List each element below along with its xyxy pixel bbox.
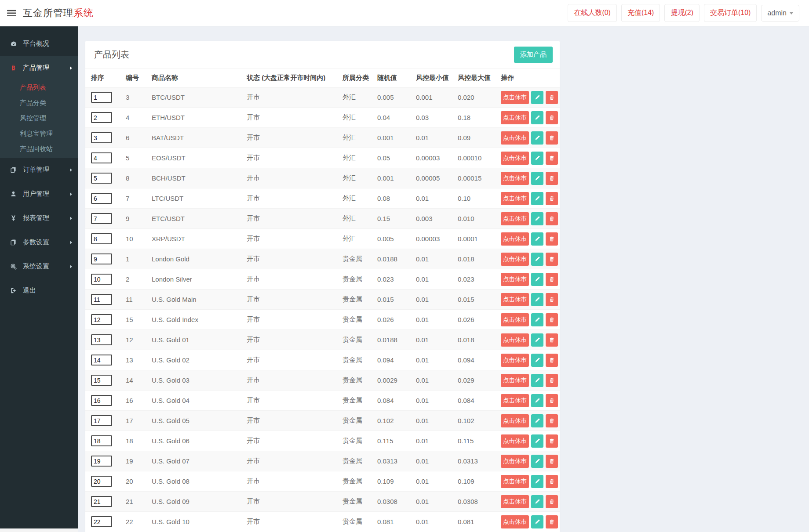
- edit-button[interactable]: [531, 434, 543, 448]
- delete-button[interactable]: [546, 354, 558, 367]
- close-market-button[interactable]: 点击休市: [501, 172, 529, 185]
- sort-input[interactable]: [91, 132, 112, 143]
- edit-button[interactable]: [531, 131, 543, 145]
- delete-button[interactable]: [546, 253, 558, 266]
- sidebar-item-platform-overview[interactable]: 平台概况: [0, 32, 78, 56]
- close-market-button[interactable]: 点击休市: [501, 232, 529, 246]
- sort-input[interactable]: [91, 233, 112, 244]
- sidebar-item-product-management[interactable]: 产品管理: [0, 56, 78, 80]
- close-market-button[interactable]: 点击休市: [501, 434, 529, 448]
- delete-button[interactable]: [546, 232, 558, 246]
- sort-input[interactable]: [91, 294, 112, 305]
- delete-button[interactable]: [546, 273, 558, 286]
- edit-button[interactable]: [531, 111, 543, 124]
- close-market-button[interactable]: 点击休市: [501, 455, 529, 468]
- sidebar-item-system-settings[interactable]: 系统设置: [0, 254, 78, 279]
- sidebar-subitem-interest-management[interactable]: 利息宝管理: [0, 126, 78, 141]
- close-market-button[interactable]: 点击休市: [501, 212, 529, 225]
- sort-input[interactable]: [91, 395, 112, 406]
- sidebar-item-report-management[interactable]: 报表管理: [0, 206, 78, 230]
- sort-input[interactable]: [91, 173, 112, 184]
- close-market-button[interactable]: 点击休市: [501, 293, 529, 306]
- delete-button[interactable]: [546, 111, 558, 124]
- sidebar-item-logout[interactable]: 退出: [0, 279, 78, 303]
- sidebar-item-user-management[interactable]: 用户管理: [0, 182, 78, 206]
- nav-trade-orders-button[interactable]: 交易订单(10): [704, 4, 757, 22]
- edit-button[interactable]: [531, 172, 543, 185]
- close-market-button[interactable]: 点击休市: [501, 354, 529, 367]
- edit-button[interactable]: [531, 152, 543, 165]
- edit-button[interactable]: [531, 273, 543, 286]
- menu-toggle-icon[interactable]: [7, 10, 16, 17]
- edit-button[interactable]: [531, 293, 543, 306]
- close-market-button[interactable]: 点击休市: [501, 475, 529, 488]
- delete-button[interactable]: [546, 515, 558, 528]
- sidebar-subitem-product-recycle[interactable]: 产品回收站: [0, 141, 78, 157]
- close-market-button[interactable]: 点击休市: [501, 111, 529, 124]
- close-market-button[interactable]: 点击休市: [501, 374, 529, 387]
- delete-button[interactable]: [546, 455, 558, 468]
- sort-input[interactable]: [91, 253, 112, 264]
- sort-input[interactable]: [91, 152, 112, 163]
- edit-button[interactable]: [531, 354, 543, 367]
- close-market-button[interactable]: 点击休市: [501, 152, 529, 165]
- delete-button[interactable]: [546, 131, 558, 145]
- edit-button[interactable]: [531, 515, 543, 528]
- nav-online-count-button[interactable]: 在线人数(0): [568, 4, 617, 22]
- delete-button[interactable]: [546, 313, 558, 326]
- sort-input[interactable]: [91, 476, 112, 487]
- close-market-button[interactable]: 点击休市: [501, 495, 529, 508]
- sort-input[interactable]: [91, 496, 112, 507]
- edit-button[interactable]: [531, 394, 543, 407]
- sort-input[interactable]: [91, 193, 112, 204]
- close-market-button[interactable]: 点击休市: [501, 192, 529, 205]
- close-market-button[interactable]: 点击休市: [501, 414, 529, 427]
- close-market-button[interactable]: 点击休市: [501, 131, 529, 145]
- edit-button[interactable]: [531, 212, 543, 225]
- edit-button[interactable]: [531, 475, 543, 488]
- sidebar-subitem-product-category[interactable]: 产品分类: [0, 95, 78, 111]
- sidebar-item-parameter-settings[interactable]: 参数设置: [0, 230, 78, 254]
- close-market-button[interactable]: 点击休市: [501, 333, 529, 347]
- user-menu-button[interactable]: admin: [761, 5, 799, 22]
- sidebar-subitem-risk-management[interactable]: 风控管理: [0, 111, 78, 126]
- delete-button[interactable]: [546, 495, 558, 508]
- sort-input[interactable]: [91, 435, 112, 446]
- delete-button[interactable]: [546, 374, 558, 387]
- close-market-button[interactable]: 点击休市: [501, 515, 529, 528]
- sort-input[interactable]: [91, 334, 112, 345]
- sort-input[interactable]: [91, 516, 112, 527]
- edit-button[interactable]: [531, 192, 543, 205]
- sort-input[interactable]: [91, 314, 112, 325]
- delete-button[interactable]: [546, 414, 558, 427]
- sort-input[interactable]: [91, 213, 112, 224]
- close-market-button[interactable]: 点击休市: [501, 394, 529, 407]
- sort-input[interactable]: [91, 274, 112, 285]
- sort-input[interactable]: [91, 355, 112, 366]
- edit-button[interactable]: [531, 414, 543, 427]
- edit-button[interactable]: [531, 333, 543, 347]
- nav-withdraw-button[interactable]: 提现(2): [664, 4, 700, 22]
- sort-input[interactable]: [91, 112, 112, 123]
- edit-button[interactable]: [531, 253, 543, 266]
- delete-button[interactable]: [546, 394, 558, 407]
- edit-button[interactable]: [531, 313, 543, 326]
- close-market-button[interactable]: 点击休市: [501, 253, 529, 266]
- sidebar-subitem-product-list[interactable]: 产品列表: [0, 80, 78, 95]
- delete-button[interactable]: [546, 172, 558, 185]
- close-market-button[interactable]: 点击休市: [501, 313, 529, 326]
- delete-button[interactable]: [546, 212, 558, 225]
- sidebar-item-order-management[interactable]: 订单管理: [0, 158, 78, 182]
- sort-input[interactable]: [91, 415, 112, 426]
- close-market-button[interactable]: 点击休市: [501, 273, 529, 286]
- delete-button[interactable]: [546, 192, 558, 205]
- delete-button[interactable]: [546, 434, 558, 448]
- edit-button[interactable]: [531, 91, 543, 104]
- delete-button[interactable]: [546, 152, 558, 165]
- sort-input[interactable]: [91, 456, 112, 467]
- nav-recharge-button[interactable]: 充值(14): [621, 4, 660, 22]
- add-product-button[interactable]: 添加产品: [514, 47, 553, 63]
- delete-button[interactable]: [546, 475, 558, 488]
- delete-button[interactable]: [546, 333, 558, 347]
- sort-input[interactable]: [91, 375, 112, 386]
